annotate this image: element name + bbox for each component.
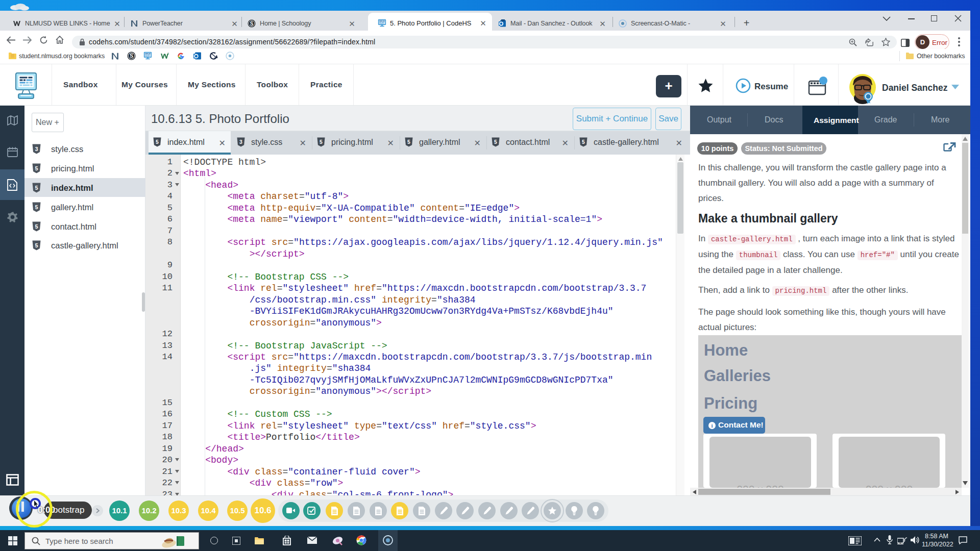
svg-text:5: 5 [582, 139, 585, 145]
svg-text:5: 5 [35, 204, 38, 210]
svg-text:5: 5 [35, 165, 38, 171]
svg-text:5: 5 [35, 223, 38, 230]
svg-text:5: 5 [494, 139, 497, 145]
svg-text:3: 3 [239, 139, 242, 145]
svg-text:5: 5 [156, 139, 159, 145]
svg-text:5: 5 [35, 185, 38, 191]
svg-text:i: i [711, 422, 713, 429]
svg-text:5: 5 [35, 242, 38, 248]
svg-text:5: 5 [407, 139, 410, 145]
svg-text:5: 5 [320, 139, 323, 145]
svg-text:3: 3 [167, 52, 169, 55]
svg-text:S: S [250, 21, 254, 27]
svg-text:S: S [130, 53, 133, 59]
svg-text:3: 3 [35, 146, 38, 152]
